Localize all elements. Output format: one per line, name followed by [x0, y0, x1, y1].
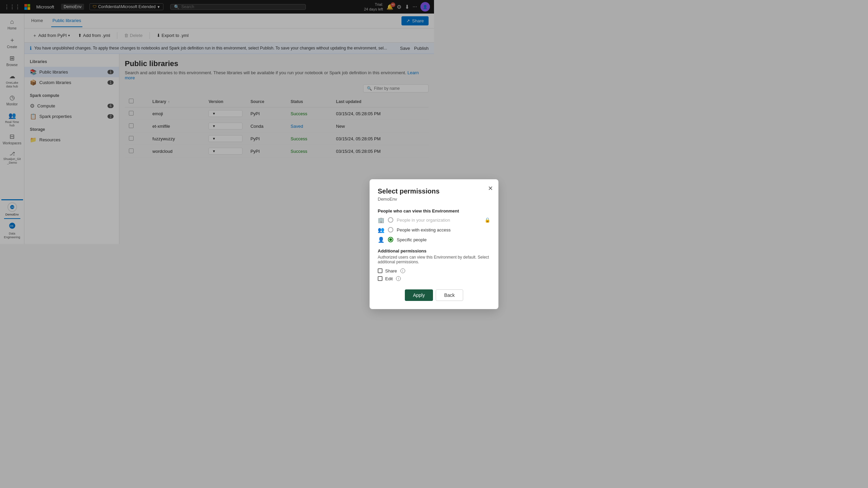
- radio-label-specific: Specific people: [397, 237, 427, 242]
- permissions-modal: ✕ Select permissions DemoEnv People who …: [370, 179, 434, 244]
- radio-outer-org: [388, 217, 393, 223]
- building-icon: 🏢: [378, 217, 384, 223]
- modal-title: Select permissions: [378, 187, 434, 195]
- specific-people-icon: 👤: [378, 237, 384, 243]
- radio-existing[interactable]: 👥 People with existing access: [378, 227, 434, 233]
- radio-specific[interactable]: 👤 Specific people: [378, 237, 434, 243]
- view-section-title: People who can view this Environment: [378, 208, 434, 214]
- radio-outer-specific: [388, 237, 393, 242]
- radio-inner-specific: [389, 238, 392, 241]
- radio-org[interactable]: 🏢 People in your organization 🔒: [378, 217, 434, 223]
- modal-overlay: ✕ Select permissions DemoEnv People who …: [0, 0, 434, 244]
- radio-outer-existing: [388, 227, 393, 232]
- people-icon: 👥: [378, 227, 384, 233]
- radio-label-existing: People with existing access: [397, 227, 434, 232]
- radio-label-org: People in your organization: [397, 218, 434, 223]
- modal-subtitle: DemoEnv: [378, 197, 434, 202]
